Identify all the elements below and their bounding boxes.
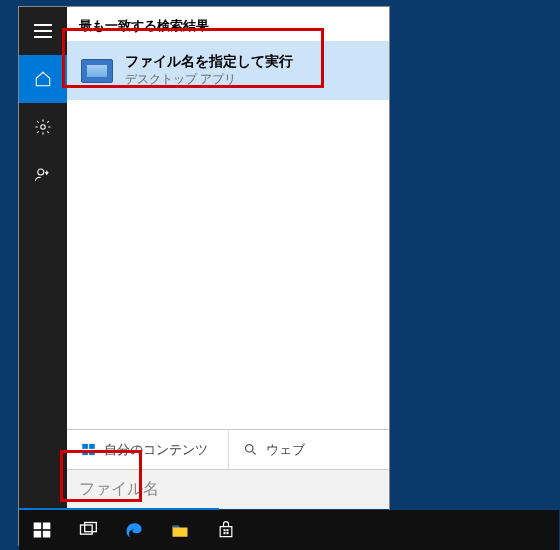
- feedback-button[interactable]: [19, 151, 67, 199]
- scope-tabs: 自分のコンテンツ ウェブ: [67, 429, 389, 469]
- svg-rect-15: [224, 532, 226, 534]
- search-icon: [243, 442, 258, 457]
- svg-rect-9: [34, 531, 42, 538]
- svg-rect-16: [226, 532, 228, 534]
- svg-rect-13: [224, 529, 226, 531]
- cortana-sidebar: [19, 7, 67, 509]
- edge-icon: [124, 520, 144, 540]
- task-view-button[interactable]: [65, 510, 111, 550]
- edge-button[interactable]: [111, 510, 157, 550]
- results-area: 最も一致する検索結果 ファイル名を指定して実行 デスクトップ アプリ 自分のコン…: [67, 7, 389, 509]
- search-panel: 最も一致する検索結果 ファイル名を指定して実行 デスクトップ アプリ 自分のコン…: [19, 7, 389, 509]
- store-icon: [216, 520, 236, 540]
- tab-local[interactable]: 自分のコンテンツ: [67, 430, 229, 469]
- svg-rect-4: [82, 450, 88, 455]
- home-icon: [34, 70, 52, 88]
- svg-rect-14: [226, 529, 228, 531]
- svg-point-0: [41, 125, 46, 130]
- svg-rect-10: [43, 531, 51, 538]
- task-view-icon: [78, 520, 98, 540]
- home-button[interactable]: [19, 55, 67, 103]
- gear-icon: [34, 118, 52, 136]
- svg-rect-2: [82, 444, 88, 449]
- taskbar: [19, 510, 559, 550]
- tab-web[interactable]: ウェブ: [229, 430, 390, 469]
- start-button[interactable]: [19, 510, 65, 550]
- svg-point-6: [245, 445, 253, 453]
- svg-rect-7: [34, 523, 42, 530]
- result-run-dialog[interactable]: ファイル名を指定して実行 デスクトップ アプリ: [67, 41, 389, 100]
- windows-icon: [81, 442, 96, 457]
- hamburger-button[interactable]: [19, 7, 67, 55]
- settings-button[interactable]: [19, 103, 67, 151]
- svg-rect-3: [89, 444, 95, 449]
- store-button[interactable]: [203, 510, 249, 550]
- svg-rect-8: [43, 523, 51, 530]
- svg-rect-12: [85, 523, 97, 532]
- svg-rect-11: [81, 525, 93, 534]
- result-text: ファイル名を指定して実行 デスクトップ アプリ: [125, 53, 293, 88]
- search-input[interactable]: [67, 475, 389, 505]
- explorer-button[interactable]: [157, 510, 203, 550]
- tab-web-label: ウェブ: [266, 441, 305, 459]
- feedback-icon: [34, 166, 52, 184]
- tab-local-label: 自分のコンテンツ: [104, 441, 208, 459]
- results-header: 最も一致する検索結果: [67, 7, 389, 41]
- result-subtitle: デスクトップ アプリ: [125, 71, 293, 88]
- svg-point-1: [38, 169, 44, 175]
- result-title: ファイル名を指定して実行: [125, 53, 293, 71]
- windows-start-icon: [32, 520, 52, 540]
- run-icon: [81, 59, 113, 83]
- folder-icon: [170, 520, 190, 540]
- search-field[interactable]: [67, 469, 389, 509]
- svg-rect-5: [89, 450, 95, 455]
